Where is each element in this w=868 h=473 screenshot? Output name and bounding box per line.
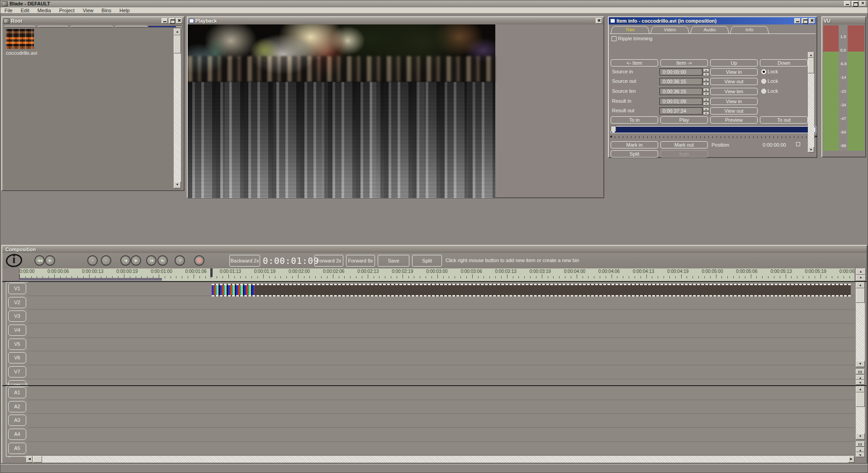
audio-track-lane[interactable] (28, 400, 855, 414)
go-to-start-button[interactable]: |◀ (146, 255, 157, 266)
track-scroll-down-icon[interactable] (856, 275, 866, 281)
scroll-down-icon[interactable] (174, 182, 181, 188)
scroll-up-icon[interactable] (856, 282, 865, 288)
item-info-minimize-icon[interactable] (794, 18, 801, 24)
record-button[interactable] (194, 255, 204, 266)
scroll-track[interactable] (33, 456, 848, 463)
item-info-maximize-icon[interactable] (802, 18, 808, 24)
split-button[interactable]: Split (611, 150, 658, 158)
video-track-button[interactable]: V2 (8, 297, 26, 308)
next-item-button[interactable]: Item -> (660, 59, 708, 67)
view-len-button[interactable]: View len (710, 88, 758, 95)
scroll-right-icon[interactable] (848, 456, 854, 463)
audio-track-button[interactable]: A1 (8, 387, 26, 398)
save-button[interactable]: Save (378, 255, 409, 267)
track-height-button[interactable] (856, 441, 865, 447)
result-out-stepper[interactable] (703, 107, 709, 115)
menu-item[interactable]: View (79, 8, 98, 13)
timeline-ruler[interactable]: 0:00:00:000:00:00:060:00:00:130:00:00:19… (19, 268, 854, 281)
zoom-out-button[interactable]: − (101, 255, 111, 266)
video-track-button[interactable]: V4 (8, 325, 26, 336)
mark-in-button[interactable]: Mark in (611, 141, 658, 148)
source-out-stepper[interactable] (703, 78, 709, 85)
source-len-field[interactable]: 0:00:36:15 (659, 88, 702, 95)
root-minimize-icon[interactable] (161, 18, 168, 24)
zoom-in-button[interactable]: + (87, 255, 98, 266)
video-track-lane[interactable] (28, 324, 855, 338)
rewind-button[interactable]: ◀◀ (34, 255, 45, 266)
view-result-out-button[interactable]: View out (710, 107, 758, 115)
position-checkbox[interactable] (796, 142, 800, 146)
go-to-end-button[interactable]: ▶| (157, 255, 168, 266)
audio-scrollbar[interactable] (856, 386, 866, 458)
app-close-icon[interactable] (859, 1, 866, 6)
item-info-scrollbar[interactable] (808, 52, 815, 153)
root-scrollbar[interactable] (174, 29, 182, 188)
scroll-down-icon[interactable] (808, 147, 814, 153)
scroll-thumb[interactable] (174, 35, 181, 53)
lock-radio-source-len[interactable] (761, 89, 766, 94)
track-scroll-up-icon[interactable] (856, 268, 866, 275)
video-track-lane[interactable] (28, 296, 855, 310)
lock-radio-source-out[interactable] (761, 79, 766, 84)
menu-item[interactable]: Edit (17, 8, 33, 13)
scroll-thumb[interactable] (808, 58, 814, 73)
video-track-button[interactable]: V5 (8, 339, 26, 350)
bin-item[interactable]: coccodrillo.avi (6, 29, 35, 56)
forward-8x-button[interactable]: Forward 8x (346, 255, 375, 267)
view-result-in-button[interactable]: View in (710, 98, 758, 105)
root-close-icon[interactable] (176, 18, 182, 24)
playback-close-icon[interactable] (596, 18, 602, 24)
app-minimize-icon[interactable] (844, 1, 851, 6)
prev-item-button[interactable]: <- Item (611, 59, 658, 67)
to-out-button[interactable]: To out (760, 116, 808, 124)
play-button[interactable]: Play (660, 116, 708, 124)
item-info-titlebar[interactable]: Item info - coccodrillo.avi (in composit… (609, 17, 816, 24)
menu-item[interactable]: File (0, 8, 17, 13)
scroll-track[interactable] (174, 35, 181, 182)
audio-track-button[interactable]: A2 (8, 401, 26, 412)
audio-track-button[interactable]: A3 (8, 415, 26, 426)
video-track-lane[interactable] (28, 338, 855, 352)
timeline-split-button[interactable]: Split (412, 255, 442, 267)
timeline-viewport-bar[interactable] (19, 278, 162, 281)
video-track-lane[interactable] (28, 379, 855, 385)
video-track-lane[interactable] (28, 310, 855, 324)
view-out-button[interactable]: View out (710, 78, 758, 85)
video-track-lane[interactable] (28, 365, 855, 379)
root-titlebar[interactable]: Root (2, 17, 184, 24)
timeline-hscrollbar[interactable] (26, 456, 854, 463)
track-spin-down-icon[interactable] (856, 380, 865, 385)
playhead-marker[interactable] (210, 268, 213, 277)
backward-2x-button[interactable]: Backward 2x (229, 255, 260, 267)
audio-track-button[interactable]: A5 (8, 443, 26, 454)
track-height-button[interactable] (856, 369, 865, 374)
scroll-thumb[interactable] (856, 288, 865, 303)
trim-position-slider[interactable] (611, 126, 816, 133)
scroll-left-icon[interactable] (26, 456, 33, 463)
ripple-trimming-checkbox[interactable] (612, 36, 617, 41)
tab-video[interactable]: Video (650, 26, 689, 33)
scroll-up-icon[interactable] (808, 52, 814, 58)
vu-titlebar[interactable]: VU (822, 17, 865, 24)
video-track-button[interactable]: V6 (8, 352, 26, 363)
audio-track-lane[interactable] (28, 442, 855, 456)
menu-item[interactable]: Media (33, 8, 55, 13)
play-button[interactable]: ▶ (45, 255, 55, 266)
lock-radio-source-in[interactable] (761, 69, 766, 74)
composition-titlebar[interactable]: Composition (2, 246, 867, 253)
scroll-down-icon[interactable] (856, 361, 865, 367)
tab-audio[interactable]: Audio (690, 26, 729, 33)
clip-thumbnail[interactable] (6, 29, 34, 49)
source-in-field[interactable]: 0:00:00:00 (659, 68, 702, 76)
slider-thumb[interactable] (611, 126, 616, 134)
track-spin-up-icon[interactable] (856, 375, 865, 380)
result-out-field[interactable]: 0:00:37:24 (659, 107, 702, 115)
source-in-stepper[interactable] (703, 68, 709, 76)
up-button[interactable]: Up (710, 59, 758, 67)
timeline-clip-v1[interactable] (212, 284, 851, 296)
source-len-stepper[interactable] (703, 88, 709, 95)
item-info-close-icon[interactable] (809, 18, 815, 24)
video-track-button[interactable]: V1 (8, 283, 26, 294)
result-in-field[interactable]: 0:00:01:09 (659, 98, 702, 105)
